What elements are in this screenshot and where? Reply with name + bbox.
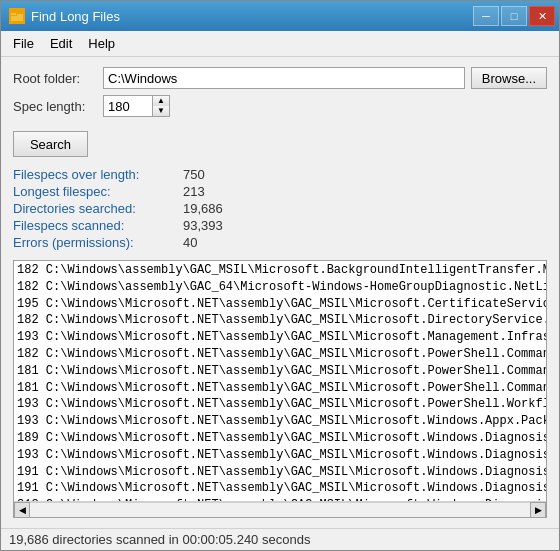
scroll-left-button[interactable]: ◀ [14,502,30,518]
errors-label: Errors (permissions): [13,235,183,250]
root-folder-row: Root folder: Browse... [13,67,547,89]
filespecs-scanned-value: 93,393 [183,218,223,233]
filespecs-over-length-label: Filespecs over length: [13,167,183,182]
menu-file[interactable]: File [5,33,42,54]
scroll-track[interactable] [30,502,530,518]
svg-rect-2 [11,13,16,15]
status-bar: 19,686 directories scanned in 00:00:05.2… [1,528,559,550]
stat-row-filespecs-over-length: Filespecs over length: 750 [13,167,547,182]
list-item[interactable]: 193 C:\Windows\Microsoft.NET\assembly\GA… [15,447,545,464]
maximize-button[interactable]: □ [501,6,527,26]
list-item[interactable]: 193 C:\Windows\Microsoft.NET\assembly\GA… [15,413,545,430]
errors-value: 40 [183,235,197,250]
list-item[interactable]: 195 C:\Windows\Microsoft.NET\assembly\GA… [15,296,545,313]
scroll-right-button[interactable]: ▶ [530,502,546,518]
directories-searched-label: Directories searched: [13,201,183,216]
list-item[interactable]: 182 C:\Windows\assembly\GAC_64\Microsoft… [15,279,545,296]
stat-row-longest-filespec: Longest filespec: 213 [13,184,547,199]
filespecs-over-length-value: 750 [183,167,205,182]
list-item[interactable]: 193 C:\Windows\Microsoft.NET\assembly\GA… [15,329,545,346]
spinner-up[interactable]: ▲ [153,96,169,106]
list-item[interactable]: 181 C:\Windows\Microsoft.NET\assembly\GA… [15,363,545,380]
stat-row-filespecs-scanned: Filespecs scanned: 93,393 [13,218,547,233]
close-button[interactable]: ✕ [529,6,555,26]
root-folder-label: Root folder: [13,71,103,86]
list-item[interactable]: 182 C:\Windows\assembly\GAC_MSIL\Microso… [15,262,545,279]
spinner-arrows: ▲ ▼ [153,95,170,117]
spinner-down[interactable]: ▼ [153,106,169,116]
status-text: 19,686 directories scanned in 00:00:05.2… [9,532,310,547]
search-button[interactable]: Search [13,131,88,157]
list-item[interactable]: 191 C:\Windows\Microsoft.NET\assembly\GA… [15,480,545,497]
list-item[interactable]: 189 C:\Windows\Microsoft.NET\assembly\GA… [15,430,545,447]
browse-button[interactable]: Browse... [471,67,547,89]
longest-filespec-value: 213 [183,184,205,199]
spec-length-input[interactable] [103,95,153,117]
list-item[interactable]: 182 C:\Windows\Microsoft.NET\assembly\GA… [15,346,545,363]
horizontal-scrollbar[interactable]: ◀ ▶ [14,501,546,517]
folder-icon [9,8,25,24]
title-bar-left: Find Long Files [9,8,120,24]
directories-searched-value: 19,686 [183,201,223,216]
title-bar: Find Long Files ─ □ ✕ [1,1,559,31]
spec-length-label: Spec length: [13,99,103,114]
minimize-button[interactable]: ─ [473,6,499,26]
window-title: Find Long Files [31,9,120,24]
longest-filespec-label: Longest filespec: [13,184,183,199]
spec-length-spinner: ▲ ▼ [103,95,170,117]
stats-section: Filespecs over length: 750 Longest files… [13,167,547,252]
spec-length-row: Spec length: ▲ ▼ [13,95,547,117]
list-item[interactable]: 181 C:\Windows\Microsoft.NET\assembly\GA… [15,380,545,397]
file-list-container[interactable]: 182 C:\Windows\assembly\GAC_MSIL\Microso… [13,260,547,518]
file-list[interactable]: 182 C:\Windows\assembly\GAC_MSIL\Microso… [14,261,546,501]
list-item[interactable]: 191 C:\Windows\Microsoft.NET\assembly\GA… [15,464,545,481]
main-window: Find Long Files ─ □ ✕ File Edit Help Roo… [0,0,560,551]
root-folder-input[interactable] [103,67,465,89]
menu-bar: File Edit Help [1,31,559,57]
list-item[interactable]: 193 C:\Windows\Microsoft.NET\assembly\GA… [15,396,545,413]
filespecs-scanned-label: Filespecs scanned: [13,218,183,233]
menu-help[interactable]: Help [80,33,123,54]
menu-edit[interactable]: Edit [42,33,80,54]
stat-row-errors: Errors (permissions): 40 [13,235,547,250]
list-item[interactable]: 182 C:\Windows\Microsoft.NET\assembly\GA… [15,312,545,329]
content-area: Root folder: Browse... Spec length: ▲ ▼ … [1,57,559,528]
title-bar-controls: ─ □ ✕ [473,6,555,26]
stat-row-directories-searched: Directories searched: 19,686 [13,201,547,216]
